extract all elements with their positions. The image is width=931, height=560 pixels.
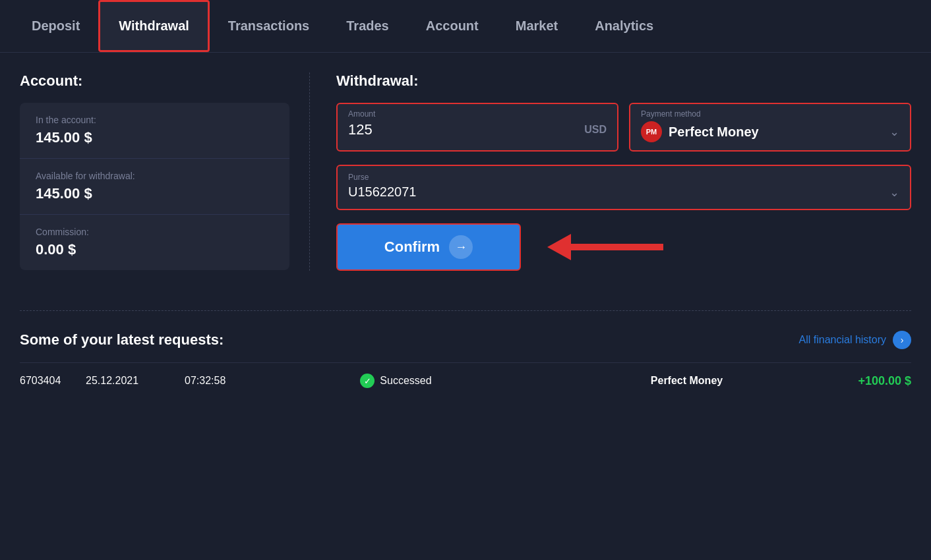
amount-field-wrapper: Amount USD — [336, 103, 618, 152]
account-cards: In the account: 145.00 $ Available for w… — [20, 103, 289, 270]
form-row-top: Amount USD Payment method PM Perfect Mon… — [336, 103, 911, 152]
balance-label: In the account: — [36, 115, 274, 125]
available-label: Available for withdrawal: — [36, 171, 274, 181]
history-arrow-icon: › — [893, 331, 911, 349]
red-arrow-indicator — [547, 234, 663, 260]
right-panel: Withdrawal: Amount USD Payment method PM… — [310, 72, 911, 271]
request-method: Perfect Money — [541, 375, 832, 387]
table-row: 6703404 25.12.2021 07:32:58 ✓ Successed … — [20, 362, 911, 399]
payment-row: PM Perfect Money ⌄ — [641, 121, 899, 142]
latest-requests-title: Some of your latest requests: — [20, 331, 224, 349]
payment-method-field-wrapper[interactable]: Payment method PM Perfect Money ⌄ — [629, 103, 911, 152]
section-divider — [20, 310, 911, 311]
purse-value: U15622071 — [348, 184, 416, 200]
status-success-icon: ✓ — [360, 374, 375, 388]
latest-header: Some of your latest requests: All financ… — [20, 331, 911, 349]
main-content: Account: In the account: 145.00 $ Availa… — [0, 53, 931, 291]
tab-withdrawal[interactable]: Withdrawal — [98, 0, 210, 52]
tab-account[interactable]: Account — [407, 0, 497, 52]
request-status: ✓ Successed — [251, 374, 541, 388]
confirm-button[interactable]: Confirm → — [336, 223, 521, 271]
request-id: 6703404 — [20, 375, 86, 387]
pm-logo-icon: PM — [641, 121, 662, 142]
request-time: 07:32:58 — [185, 375, 251, 387]
request-amount: +100.00 $ — [832, 374, 911, 388]
commission-value: 0.00 $ — [36, 241, 274, 258]
account-card-available: Available for withdrawal: 145.00 $ — [20, 159, 289, 215]
tab-transactions[interactable]: Transactions — [210, 0, 328, 52]
arrow-shaft — [571, 244, 663, 250]
account-card-balance: In the account: 145.00 $ — [20, 103, 289, 159]
confirm-arrow-icon: → — [449, 235, 473, 259]
amount-input[interactable] — [348, 121, 584, 138]
navigation-tabs: Deposit Withdrawal Transactions Trades A… — [0, 0, 931, 53]
confirm-row: Confirm → — [336, 223, 911, 271]
amount-label: Amount — [348, 109, 607, 119]
arrow-head-icon — [547, 234, 571, 260]
withdrawal-section-title: Withdrawal: — [336, 72, 911, 90]
request-date: 25.12.2021 — [86, 375, 185, 387]
latest-requests-section: Some of your latest requests: All financ… — [0, 331, 931, 418]
all-history-link[interactable]: All financial history › — [799, 331, 912, 349]
balance-value: 145.00 $ — [36, 129, 274, 146]
chevron-down-icon: ⌄ — [889, 125, 899, 139]
all-history-label: All financial history — [799, 334, 887, 346]
available-value: 145.00 $ — [36, 185, 274, 202]
account-section-title: Account: — [20, 72, 289, 90]
tab-trades[interactable]: Trades — [328, 0, 407, 52]
left-panel: Account: In the account: 145.00 $ Availa… — [20, 72, 310, 271]
commission-label: Commission: — [36, 227, 274, 237]
status-text: Successed — [380, 375, 431, 387]
purse-chevron-down-icon: ⌄ — [889, 185, 899, 200]
payment-method-name: Perfect Money — [669, 125, 889, 140]
purse-label: Purse — [348, 173, 899, 182]
currency-label: USD — [584, 124, 607, 136]
payment-method-label: Payment method — [641, 109, 899, 119]
tab-market[interactable]: Market — [497, 0, 576, 52]
tab-deposit[interactable]: Deposit — [13, 0, 98, 52]
confirm-label: Confirm — [384, 238, 440, 256]
purse-row: U15622071 ⌄ — [348, 184, 899, 200]
amount-row: USD — [348, 121, 607, 138]
purse-field-wrapper[interactable]: Purse U15622071 ⌄ — [336, 165, 911, 210]
account-card-commission: Commission: 0.00 $ — [20, 215, 289, 270]
tab-analytics[interactable]: Analytics — [576, 0, 672, 52]
